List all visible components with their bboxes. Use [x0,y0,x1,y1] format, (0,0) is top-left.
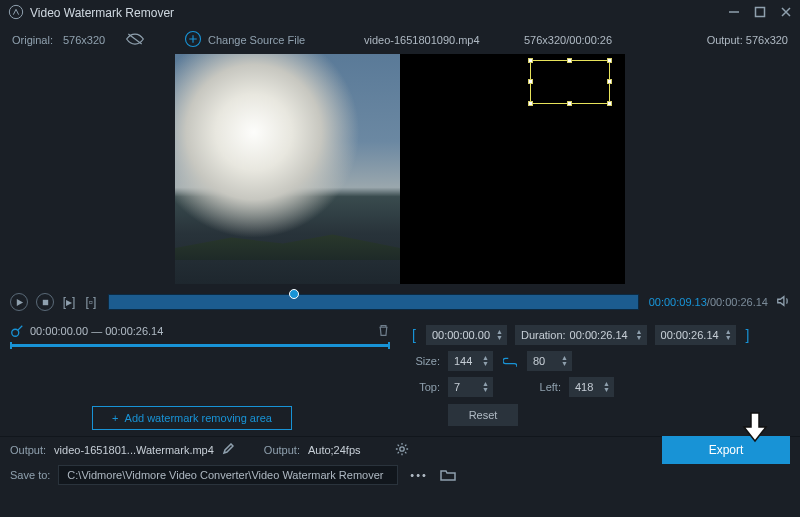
add-area-label: Add watermark removing area [125,412,272,424]
end-time-input[interactable]: 00:00:26.14▲▼ [655,325,736,345]
output-settings-label: Output: [264,444,300,456]
reset-button[interactable]: Reset [448,404,518,426]
open-folder-button[interactable] [440,468,456,483]
browse-save-button[interactable]: ••• [406,469,432,481]
segment-bar[interactable] [10,344,390,347]
start-time-input[interactable]: 00:00:00.00▲▼ [426,325,507,345]
time-current: 00:00:09.13 [649,296,707,308]
output-file-label: Output: [10,444,46,456]
maximize-button[interactable] [754,6,766,20]
selection-rect[interactable] [530,60,610,104]
change-source-button[interactable]: Change Source File [184,30,344,50]
preview-output[interactable] [400,54,625,284]
output-filename: video-1651801...Watermark.mp4 [54,444,214,456]
svg-point-0 [9,5,22,18]
set-out-button[interactable]: [▫] [84,295,98,309]
size-h-input[interactable]: 80▲▼ [527,351,572,371]
output-row: Output: video-1651801...Watermark.mp4 Ou… [0,436,800,462]
stop-button[interactable] [36,293,54,311]
close-button[interactable] [780,6,792,20]
lower-panels: 00:00:00.00 — 00:00:26.14 + Add watermar… [0,316,800,436]
play-button[interactable] [10,293,28,311]
down-arrow-icon [740,411,770,445]
volume-button[interactable] [776,294,790,310]
bracket-close-icon[interactable]: ] [744,327,752,343]
time-total: 00:00:26.14 [710,296,768,308]
svg-point-4 [12,329,19,336]
top-input[interactable]: 7▲▼ [448,377,493,397]
svg-rect-1 [756,8,765,17]
source-dim-duration: 576x320/00:00:26 [524,34,664,46]
playhead[interactable] [289,289,299,299]
add-area-button[interactable]: + Add watermark removing area [92,406,292,430]
size-w-input[interactable]: 144▲▼ [448,351,493,371]
export-button[interactable]: Export [662,436,790,464]
output-settings-button[interactable] [395,442,409,458]
bracket-open-icon[interactable]: [ [410,327,418,343]
preview-area [0,54,800,288]
timeline-track[interactable] [108,294,639,310]
edit-output-name-button[interactable] [222,443,234,457]
segments-panel: 00:00:00.00 — 00:00:26.14 + Add watermar… [0,316,400,436]
save-row: Save to: C:\Vidmore\Vidmore Video Conver… [0,462,800,488]
output-settings-value: Auto;24fps [308,444,361,456]
transport-row: [▸] [▫] 00:00:09.13/00:00:26.14 [0,288,800,316]
preview-original [175,54,400,284]
minimize-button[interactable] [728,6,740,20]
output-dim-label: Output: [707,34,743,46]
link-wh-icon[interactable] [501,355,519,367]
info-row: Original: 576x320 Change Source File vid… [0,26,800,54]
save-path-field[interactable]: C:\Vidmore\Vidmore Video Converter\Video… [58,465,398,485]
delete-segment-button[interactable] [377,324,390,339]
left-input[interactable]: 418▲▼ [569,377,614,397]
titlebar: Video Watermark Remover [0,0,800,26]
svg-point-5 [399,446,403,450]
save-to-label: Save to: [10,469,50,481]
source-filename: video-1651801090.mp4 [364,34,524,46]
compare-toggle-icon[interactable] [125,32,145,48]
left-label: Left: [531,381,561,393]
output-dim: 576x320 [746,34,788,46]
change-source-label: Change Source File [208,34,305,46]
top-label: Top: [410,381,440,393]
duration-input[interactable]: Duration:00:00:26.14▲▼ [515,325,647,345]
segment-icon [10,324,24,338]
app-title: Video Watermark Remover [30,6,174,20]
original-label: Original: [12,34,53,46]
original-dim: 576x320 [63,34,105,46]
plus-icon: + [112,412,118,424]
segment-range: 00:00:00.00 — 00:00:26.14 [30,325,377,337]
set-in-button[interactable]: [▸] [62,295,76,309]
plus-circle-icon [184,30,202,50]
app-logo-icon [8,4,24,22]
size-label: Size: [410,355,440,367]
svg-rect-3 [42,299,47,304]
segment-row[interactable]: 00:00:00.00 — 00:00:26.14 [10,320,390,342]
